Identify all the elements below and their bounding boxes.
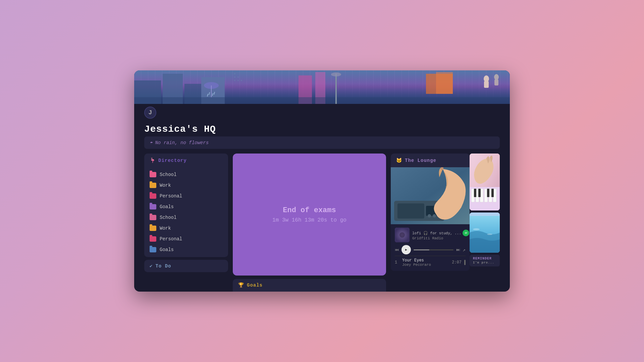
todo-section[interactable]: ✔️ To Do: [144, 260, 228, 272]
folder-icon-school1: [150, 172, 156, 177]
dir-label-personal1: Personal: [160, 193, 182, 199]
lounge-header: 🐱 The Lounge: [391, 154, 470, 167]
dir-item-work1[interactable]: Work: [144, 180, 228, 191]
svg-point-7: [234, 76, 235, 78]
music-player: lofi 🎧 for study, ...: [391, 224, 470, 271]
main-content: 🦩 Directory School Work Person: [134, 151, 510, 292]
goals-card[interactable]: 🏆 Goals: [233, 279, 386, 292]
music-subtitle: Gridfiti Radio: [412, 236, 469, 240]
folder-icon-work2: [150, 226, 156, 231]
dir-item-goals1[interactable]: Goals: [144, 201, 228, 212]
music-title-line: lofi 🎧 for study, ...: [412, 230, 469, 236]
lounge-panel: 🐱 The Lounge: [391, 154, 470, 271]
svg-point-5: [237, 80, 239, 81]
dir-item-work2[interactable]: Work: [144, 223, 228, 234]
svg-point-20: [331, 72, 341, 76]
folder-icon-goals2: [150, 247, 156, 252]
svg-point-32: [433, 214, 436, 218]
dir-label-goals2: Goals: [160, 247, 174, 252]
directory-label: Directory: [158, 158, 187, 163]
dir-item-personal1[interactable]: Personal: [144, 191, 228, 201]
track-details: Your Eyes Joey Pecoraro: [402, 258, 449, 267]
directory-header: 🦩 Directory: [144, 154, 228, 167]
svg-point-36: [399, 232, 405, 238]
lounge-label: The Lounge: [405, 158, 436, 163]
directory-items: School Work Personal Goals: [144, 167, 228, 257]
progress-fill: [414, 249, 429, 250]
svg-rect-13: [436, 72, 453, 94]
track-name: Your Eyes: [402, 258, 449, 263]
svg-rect-46: [474, 189, 476, 197]
svg-point-53: [487, 234, 492, 235]
music-top: lofi 🎧 for study, ...: [395, 228, 466, 242]
banner-image: [134, 70, 510, 104]
goals-icon: 🏆: [238, 282, 244, 288]
track-duration: 2:07: [452, 260, 462, 265]
tagline-bar: ☂️ No rain, no flowers: [144, 136, 500, 149]
countdown-card: End of exams 1m 3w 16h 13m 20s to go: [233, 154, 386, 276]
far-right-image-2: [470, 213, 500, 253]
folder-icon-school2: [150, 215, 156, 220]
music-info: lofi 🎧 for study, ...: [410, 230, 470, 240]
svg-rect-19: [335, 74, 337, 104]
dir-label-school2: School: [160, 215, 176, 220]
music-controls: ⏮ ▶ ⏭ ↗: [395, 245, 466, 254]
play-button[interactable]: ▶: [401, 245, 411, 254]
svg-rect-17: [494, 79, 498, 85]
progress-bar[interactable]: [414, 249, 453, 250]
goals-label: Goals: [247, 283, 263, 288]
dir-item-personal2[interactable]: Personal: [144, 234, 228, 244]
countdown-timer: 1m 3w 16h 13m 20s to go: [272, 217, 346, 223]
svg-point-9: [234, 73, 235, 74]
svg-point-52: [473, 228, 480, 230]
sidebar: 🦩 Directory School Work Person: [144, 154, 228, 292]
svg-rect-47: [478, 189, 481, 197]
next-button[interactable]: ⏭: [456, 247, 460, 252]
spotify-icon: [463, 230, 469, 236]
far-right-panel: REMINDER I'm pro...: [470, 154, 500, 292]
svg-point-8: [237, 76, 239, 78]
reminder-label: REMINDER: [473, 257, 496, 260]
far-right-image-1: [470, 154, 500, 210]
svg-point-16: [494, 74, 499, 80]
lounge-cassette-image: [391, 167, 470, 224]
track-artist: Joey Pecoraro: [402, 263, 449, 267]
dir-label-work1: Work: [160, 183, 171, 188]
dir-item-goals2[interactable]: Goals: [144, 244, 228, 255]
reminder-text: I'm pro...: [473, 261, 496, 264]
svg-rect-29: [397, 203, 424, 219]
svg-point-6: [241, 80, 242, 81]
todo-label: To Do: [155, 263, 171, 269]
album-thumbnail: [395, 228, 410, 242]
header-area: J: [134, 104, 510, 123]
track-bar: [464, 260, 466, 265]
folder-icon-goals1: [150, 204, 156, 209]
avatar: J: [144, 107, 156, 119]
dir-item-school2[interactable]: School: [144, 212, 228, 223]
music-station: lofi 🎧 for study, ...: [412, 231, 461, 235]
goals-header: 🏆 Goals: [238, 282, 381, 288]
track-info: 1 Your Eyes Joey Pecoraro 2:07: [395, 256, 466, 267]
svg-rect-48: [487, 189, 489, 197]
app-window: J Jessica's HQ ☂️ No rain, no flowers 🦩 …: [134, 70, 510, 292]
center-content: End of exams 1m 3w 16h 13m 20s to go 🏆 G…: [233, 154, 386, 292]
countdown-title: End of exams: [283, 206, 336, 215]
reminder-bar: REMINDER I'm pro...: [470, 255, 500, 266]
svg-point-4: [234, 80, 235, 81]
svg-rect-15: [484, 81, 489, 88]
dir-label-goals1: Goals: [160, 204, 174, 209]
dir-item-school1[interactable]: School: [144, 169, 228, 180]
svg-rect-49: [491, 189, 494, 197]
svg-rect-18: [134, 97, 510, 104]
lounge-panel-container: 🐱 The Lounge: [391, 154, 470, 292]
share-button[interactable]: ↗: [463, 247, 466, 253]
directory-panel: 🦩 Directory School Work Person: [144, 154, 228, 257]
prev-button[interactable]: ⏮: [395, 247, 399, 252]
dir-label-personal2: Personal: [160, 236, 182, 242]
tagline-emoji: ☂️: [150, 140, 152, 145]
svg-point-31: [428, 214, 431, 218]
dir-label-school1: School: [160, 172, 176, 177]
lounge-icon: 🐱: [396, 158, 402, 163]
track-number: 1: [395, 260, 399, 265]
directory-icon: 🦩: [150, 158, 156, 163]
